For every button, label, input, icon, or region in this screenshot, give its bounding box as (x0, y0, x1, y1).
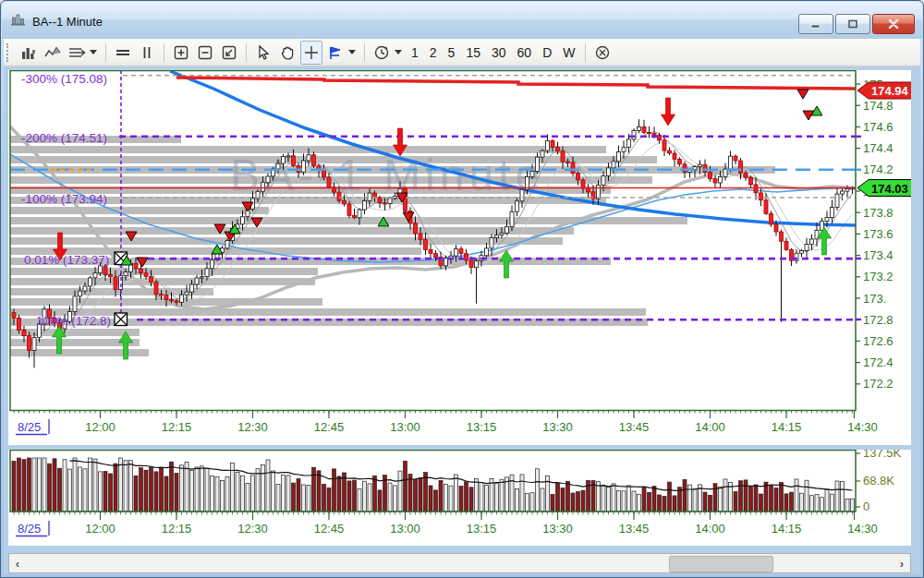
toolbar-grip[interactable] (6, 43, 13, 62)
svg-text:174.2: 174.2 (863, 163, 894, 176)
svg-text:12:30: 12:30 (237, 522, 268, 536)
interval-button-W[interactable]: W (557, 42, 580, 64)
svg-text:8/25: 8/25 (18, 522, 41, 536)
scroll-left-arrow[interactable]: ‹ (9, 554, 26, 572)
pointer-tool-icon[interactable] (252, 41, 274, 65)
chart-style-line-icon[interactable] (42, 41, 64, 65)
svg-text:173.6: 173.6 (863, 227, 894, 241)
svg-text:173.: 173. (863, 292, 886, 306)
last-price-tag: 174.03 (857, 180, 911, 197)
fib-level-label: -100% (173.94) (21, 192, 107, 206)
svg-text:8/25: 8/25 (18, 420, 41, 434)
vertical-line-tool-icon[interactable] (136, 41, 158, 65)
svg-text:13:00: 13:00 (390, 522, 420, 536)
scroll-right-arrow[interactable]: › (894, 554, 910, 572)
svg-text:13:45: 13:45 (619, 522, 650, 536)
session-high-price-tag: 174.94 (857, 82, 911, 99)
chart-window-icon (10, 13, 27, 30)
svg-text:14:30: 14:30 (847, 420, 878, 434)
svg-text:12:30: 12:30 (237, 420, 268, 434)
svg-text:173.2: 173.2 (863, 270, 894, 283)
svg-text:12:00: 12:00 (85, 522, 116, 536)
svg-text:12:15: 12:15 (162, 522, 192, 536)
svg-text:12:15: 12:15 (162, 420, 192, 434)
horizontal-scrollbar[interactable]: ‹ › (8, 553, 911, 573)
svg-text:174.6: 174.6 (863, 120, 894, 134)
interval-button-60[interactable]: 60 (512, 42, 538, 64)
chart-toolbar: 125153060DW (4, 39, 920, 66)
fib-level-label: 0.01% (173.37) (24, 253, 109, 267)
svg-text:174.03: 174.03 (871, 182, 908, 196)
svg-text:172.8: 172.8 (863, 313, 894, 327)
indicators-icon[interactable] (66, 41, 88, 65)
fib-level-label: -300% (175.08) (21, 72, 107, 86)
toolbar-separator (164, 43, 164, 62)
svg-text:172.2: 172.2 (863, 377, 894, 391)
horizontal-line-tool-icon[interactable] (112, 41, 134, 65)
fibonacci-dropdown-caret[interactable] (348, 50, 356, 54)
time-interval-icon[interactable] (371, 41, 393, 65)
chart-style-bars-icon[interactable] (18, 41, 40, 65)
close-button[interactable] (872, 14, 915, 34)
svg-text:174.94: 174.94 (871, 84, 909, 98)
zoom-out-icon[interactable] (194, 41, 216, 65)
crosshair-tool-icon[interactable] (300, 41, 322, 65)
svg-text:12:45: 12:45 (314, 420, 345, 434)
application-window: BA--1 Minute 125153060DW BA--1 Minute-30… (0, 0, 924, 578)
svg-text:174.4: 174.4 (863, 141, 894, 155)
svg-text:14:00: 14:00 (695, 420, 725, 434)
svg-text:12:00: 12:00 (85, 420, 116, 434)
chart-watermark: BA--1 Minute (230, 151, 544, 199)
svg-text:174.8: 174.8 (863, 99, 894, 113)
svg-text:68.8K: 68.8K (863, 474, 894, 488)
title-bar[interactable]: BA--1 Minute (2, 2, 922, 39)
interval-button-15[interactable]: 15 (460, 42, 486, 64)
maximize-button[interactable] (835, 14, 870, 34)
fibonacci-tool-icon[interactable] (324, 41, 346, 65)
svg-text:13:30: 13:30 (542, 420, 573, 434)
toolbar-separator (105, 43, 106, 62)
svg-text:14:15: 14:15 (772, 522, 802, 536)
scrollbar-thumb[interactable] (669, 556, 773, 572)
interval-button-1[interactable]: 1 (406, 42, 424, 64)
indicators-dropdown-caret[interactable] (90, 50, 97, 54)
svg-text:14:15: 14:15 (772, 420, 802, 434)
fib-level-label: -200% (174.51) (21, 131, 107, 145)
interval-button-30[interactable]: 30 (486, 42, 512, 64)
close-chart-icon[interactable] (591, 41, 614, 65)
svg-text:13:30: 13:30 (542, 522, 573, 536)
svg-text:0: 0 (863, 500, 869, 513)
svg-text:172.6: 172.6 (863, 334, 894, 348)
toolbar-separator (364, 43, 365, 62)
chart-client-area: BA--1 Minute-300% (175.08)-200% (174.51)… (4, 66, 920, 574)
svg-text:13:00: 13:00 (390, 420, 420, 434)
svg-text:173.4: 173.4 (863, 248, 894, 262)
zoom-in-icon[interactable] (170, 41, 192, 65)
svg-text:14:00: 14:00 (695, 522, 725, 536)
toolbar-separator (585, 43, 586, 62)
interval-dropdown-caret[interactable] (395, 50, 402, 54)
zoom-region-icon[interactable] (218, 41, 240, 65)
svg-text:137.5K: 137.5K (863, 450, 902, 460)
svg-text:13:45: 13:45 (619, 420, 650, 434)
window-title: BA--1 Minute (32, 15, 103, 29)
main-price-chart[interactable]: BA--1 Minute-300% (175.08)-200% (174.51)… (8, 70, 911, 445)
interval-button-2[interactable]: 2 (424, 42, 443, 64)
minimize-button[interactable] (798, 14, 833, 34)
volume-chart[interactable]: 137.5K68.8K012:0012:1512:3012:4513:0013:… (8, 450, 911, 546)
svg-text:172.4: 172.4 (863, 355, 894, 369)
toolbar-separator (246, 43, 247, 62)
svg-text:12:45: 12:45 (314, 522, 345, 536)
fib-anchor-handle[interactable] (115, 313, 128, 326)
svg-text:13:15: 13:15 (467, 522, 497, 536)
svg-text:14:30: 14:30 (847, 522, 878, 536)
interval-button-5[interactable]: 5 (443, 42, 461, 64)
window-frame: BA--1 Minute 125153060DW BA--1 Minute-30… (0, 0, 924, 578)
interval-button-D[interactable]: D (537, 42, 557, 64)
svg-text:173.8: 173.8 (863, 206, 894, 220)
fib-level-label: 100% (172.8) (36, 314, 111, 328)
hand-tool-icon[interactable] (276, 41, 298, 65)
svg-text:13:15: 13:15 (467, 420, 497, 434)
